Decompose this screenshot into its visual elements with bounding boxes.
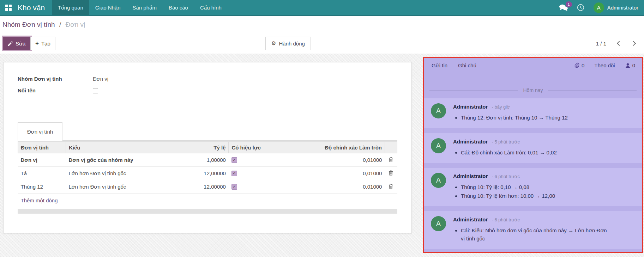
delete-row-button[interactable] [389,157,393,162]
column-header-rounding[interactable]: Độ chính xác Làm tròn [285,142,385,153]
pager-next-button[interactable] [631,41,636,46]
cell-name: Tá [18,167,66,180]
chatter-topbar: Gửi tin Ghi chú 0 Theo dõi 0 [424,58,642,72]
avatar: A [431,103,446,118]
concat-checkbox [93,88,98,93]
table-header-row: Đơn vị tính Kiểu Tỷ lệ Có hiệu lực Độ ch… [18,142,397,153]
trash-icon [389,157,393,162]
avatar: A [431,138,446,153]
form-fields: Nhóm Đơn vị tính Đơn vị Nối tên [18,73,240,96]
create-button-label: Tạo [41,41,50,47]
cell-delete [385,180,397,194]
message-author[interactable]: Administrator [453,173,488,179]
paperclip-icon [574,62,580,68]
create-button[interactable]: + Tạo [30,37,55,50]
plus-icon: + [35,40,39,47]
content-area: Nhóm Đơn vị tính Đơn vị Nối tên Đơn vị t… [0,54,644,257]
navbar-avatar[interactable]: A [594,2,604,13]
message-author[interactable]: Administrator [453,216,488,222]
form-sheet: Nhóm Đơn vị tính Đơn vị Nối tên Đơn vị t… [3,62,412,233]
cell-delete [385,153,397,167]
table-row[interactable]: Tá Lớn hơn Đơn vị tính gốc 12,00000 ✓ 0,… [18,167,397,180]
table-row[interactable]: Thùng 12 Lớn hơn Đơn vị tính gốc 12,0000… [18,180,397,194]
message-author[interactable]: Administrator [453,139,488,145]
tracking-change-item: Cái: Kiểu: Nhỏ hơn đơn vị gốc của nhóm n… [461,227,608,243]
column-header-name[interactable]: Đơn vị tính [18,142,66,153]
check-icon: ✓ [233,171,236,176]
tab-don-vi-tinh[interactable]: Đơn vị tính [18,122,62,141]
nav-item-giao-nhan[interactable]: Giao Nhận [89,0,127,15]
gear-icon: ⚙ [271,40,276,47]
trash-icon [389,170,393,176]
check-icon: ✓ [233,184,236,189]
add-line-link[interactable]: Thêm một dòng [18,194,397,207]
edit-button-label: Sửa [16,41,25,47]
column-header-ratio[interactable]: Tỷ lệ [172,142,229,153]
nav-item-bao-cao[interactable]: Báo cáo [163,0,194,15]
attachments-button[interactable]: 0 [574,62,584,68]
tracking-change-item: Thùng 10: Tỷ lệ: 0,10 → 0,08 [461,183,555,191]
breadcrumb-separator: / [59,21,61,28]
cell-rounding: 0,01000 [285,180,385,194]
field-label-concat: Nối tên [18,85,88,96]
column-header-kind[interactable]: Kiểu [66,142,172,153]
cell-rounding: 0,01000 [285,153,385,167]
date-divider: Hôm nay [429,87,637,93]
log-note-tab[interactable]: Ghi chú [458,62,476,68]
chatter-topbar-right: 0 Theo dõi 0 [574,62,635,68]
check-icon: ✓ [233,158,236,162]
message-timestamp: - 6 phút trước [492,174,520,179]
tracking-change-item: Thùng 10: Tỷ lệ lớn hơn: 10,00 → 12,00 [461,192,555,200]
message-timestamp: - bây giờ [492,104,510,110]
navbar-user-name[interactable]: Administrator [607,5,638,11]
notebook-tabs: Đơn vị tính [18,122,397,141]
breadcrumb: Nhóm Đơn vị tính / Đơn vị [2,21,85,29]
chatter-message: A Administrator - 6 phút trước Thùng 10:… [424,168,642,206]
pager: 1 / 1 [596,37,635,50]
nav-item-san-pham[interactable]: Sản phẩm [127,0,163,15]
nav-item-tong-quan[interactable]: Tổng quan [52,0,89,15]
add-line-row: Thêm một dòng [18,194,397,208]
cell-ratio: 12,00000 [172,180,229,194]
table-row[interactable]: Đơn vị Đơn vị gốc của nhóm này 1,00000 ✓… [18,153,397,167]
attachment-count: 0 [582,62,584,68]
field-label-group: Nhóm Đơn vị tính [18,73,88,85]
cell-active: ✓ [229,180,285,194]
active-checkbox: ✓ [231,157,237,163]
uom-lines-table: Đơn vị tính Kiểu Tỷ lệ Có hiệu lực Độ ch… [18,141,397,207]
chatter-message: A Administrator - 6 phút trước Cái: Kiểu… [424,211,642,249]
table-scrollbar[interactable] [18,209,397,214]
chatter-panel: Gửi tin Ghi chú 0 Theo dõi 0 [423,57,643,253]
column-header-active[interactable]: Có hiệu lực [229,142,285,153]
followers-button[interactable]: 0 [625,62,635,68]
cell-ratio: 1,00000 [172,153,229,167]
breadcrumb-current: Đơn vị [66,21,85,28]
trash-icon [389,184,393,189]
follow-button[interactable]: Theo dõi [594,62,615,68]
grid-icon [5,5,12,11]
nav-item-cau-hinh[interactable]: Cấu hình [194,0,228,15]
delete-row-button[interactable] [389,184,393,189]
messages-badge: 1 [566,1,572,7]
cell-kind: Lớn hơn Đơn vị tính gốc [66,180,172,194]
field-value-group: Đơn vị [88,73,240,85]
pager-previous-button[interactable] [617,41,622,46]
app-brand[interactable]: Kho vận [17,0,52,15]
message-author[interactable]: Administrator [453,104,488,110]
column-header-delete [385,142,397,153]
chatter-message: A Administrator - bây giờ Thùng 12: Đơn … [424,98,642,128]
breadcrumb-parent-link[interactable]: Nhóm Đơn vị tính [2,21,55,28]
apps-menu-button[interactable] [0,0,17,15]
avatar: A [431,173,446,188]
messages-button[interactable]: 1 [559,4,568,11]
action-menu-button[interactable]: ⚙ Hành động [265,37,311,50]
pencil-icon [8,41,13,46]
cell-kind: Đơn vị gốc của nhóm này [66,153,172,167]
tracking-change-item: Thùng 12: Đơn vị tính: Thùng 10 → Thùng … [461,114,568,122]
delete-row-button[interactable] [389,170,393,176]
activities-button[interactable] [577,4,584,11]
edit-button[interactable]: Sửa [3,37,31,50]
message-timestamp: - 5 phút trước [492,139,520,145]
pager-counter: 1 / 1 [596,41,606,47]
send-message-tab[interactable]: Gửi tin [432,62,447,68]
